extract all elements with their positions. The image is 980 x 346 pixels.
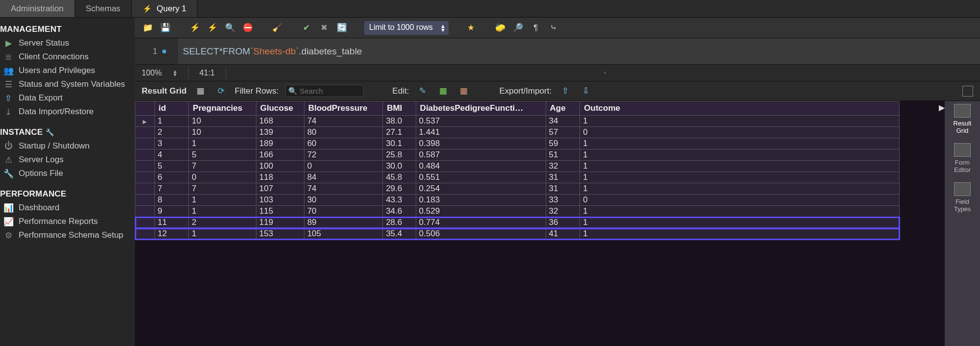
sidebar-item-client-connections[interactable]: Client Connections [0, 50, 135, 64]
cell[interactable]: 1 [580, 161, 900, 172]
cell[interactable]: 139 [256, 127, 304, 138]
cell[interactable]: 74 [304, 116, 383, 127]
cell[interactable]: 1 [580, 183, 900, 195]
row-header[interactable] [135, 116, 155, 127]
result-grid[interactable]: idPregnanciesGlucoseBloodPressureBMIDiab… [135, 101, 900, 240]
sidebar-item-perf-reports[interactable]: Performance Reports [0, 215, 135, 228]
sidebar-item-server-logs[interactable]: Server Logs [0, 153, 135, 167]
autocommit-button[interactable] [335, 21, 349, 35]
column-header[interactable]: BloodPressure [304, 101, 383, 116]
wrap-cells-button[interactable] [962, 86, 973, 97]
cell[interactable]: 41 [546, 228, 580, 240]
cell[interactable]: 30 [304, 195, 383, 206]
export-results-button[interactable] [558, 84, 572, 98]
cell[interactable]: 74 [304, 183, 383, 195]
cell[interactable]: 118 [256, 172, 304, 183]
cell[interactable]: 45.8 [383, 172, 416, 183]
view-result-grid[interactable]: Result Grid [954, 104, 972, 134]
cell[interactable]: 0.529 [416, 206, 546, 217]
cell[interactable]: 103 [256, 195, 304, 206]
table-row[interactable]: 1101687438.00.537341 [135, 116, 900, 127]
cell[interactable]: 8 [154, 195, 189, 206]
row-header[interactable] [135, 161, 155, 172]
cell[interactable]: 10 [189, 116, 256, 127]
cell[interactable]: 166 [256, 149, 304, 161]
cell[interactable]: 60 [304, 138, 383, 149]
table-row[interactable]: 12115310535.40.506411 [135, 228, 900, 240]
cell[interactable]: 0 [189, 172, 256, 183]
column-header[interactable]: Outcome [580, 101, 900, 116]
cell[interactable]: 1 [189, 138, 256, 149]
cell[interactable]: 0 [304, 161, 383, 172]
cell[interactable]: 1 [189, 228, 256, 240]
rollback-button[interactable] [317, 21, 331, 35]
cell[interactable]: 32 [546, 206, 580, 217]
whitespace-button[interactable] [529, 21, 543, 35]
row-header[interactable] [135, 138, 155, 149]
cell[interactable]: 5 [189, 149, 256, 161]
cell[interactable]: 0.484 [416, 161, 546, 172]
cell[interactable]: 0.398 [416, 138, 546, 149]
delete-row-button[interactable] [457, 84, 471, 98]
row-header[interactable] [135, 206, 155, 217]
cell[interactable]: 27.1 [383, 127, 416, 138]
cell[interactable]: 29.6 [383, 183, 416, 195]
sql-editor[interactable]: 1 SELECT * FROM `Sheets-db`.diabetes_tab… [135, 38, 980, 65]
sidebar-item-startup[interactable]: Startup / Shutdown [0, 139, 135, 153]
splitter-handle[interactable] [237, 69, 973, 77]
cell[interactable]: 30.1 [383, 138, 416, 149]
cell[interactable]: 34 [546, 116, 580, 127]
execute-button[interactable] [188, 21, 201, 35]
table-row[interactable]: 911157034.60.529321 [135, 206, 900, 217]
cell[interactable]: 0.551 [416, 172, 546, 183]
cell[interactable]: 31 [546, 172, 580, 183]
cell[interactable]: 51 [546, 149, 580, 161]
cell[interactable]: 1 [189, 195, 256, 206]
cell[interactable]: 25.8 [383, 149, 416, 161]
cell[interactable]: 2 [189, 217, 256, 228]
row-header[interactable] [135, 149, 155, 161]
find-button[interactable] [511, 21, 525, 35]
table-row[interactable]: 811033043.30.183330 [135, 195, 900, 206]
column-header[interactable]: id [154, 101, 189, 116]
cell[interactable]: 1 [580, 138, 900, 149]
column-header[interactable]: BMI [383, 101, 416, 116]
cell[interactable]: 0.254 [416, 183, 546, 195]
cell[interactable]: 107 [256, 183, 304, 195]
commit-off-button[interactable] [270, 21, 284, 35]
cell[interactable]: 32 [546, 161, 580, 172]
cell[interactable]: 30.0 [383, 161, 416, 172]
cell[interactable]: 89 [304, 217, 383, 228]
column-header[interactable]: Pregnancies [189, 101, 256, 116]
stop-button[interactable] [241, 21, 254, 35]
explain-button[interactable] [223, 21, 237, 35]
wordwrap-button[interactable] [547, 21, 560, 35]
import-results-button[interactable] [579, 84, 593, 98]
edit-row-button[interactable] [416, 84, 429, 98]
cell[interactable]: 43.3 [383, 195, 416, 206]
cell[interactable]: 1 [580, 116, 900, 127]
cell[interactable]: 9 [154, 206, 189, 217]
save-button[interactable] [158, 21, 172, 35]
sidebar-item-data-import[interactable]: Data Import/Restore [0, 105, 135, 119]
cell[interactable]: 1 [580, 149, 900, 161]
sidebar-item-perf-schema[interactable]: Performance Schema Setup [0, 228, 135, 242]
cell[interactable]: 36 [546, 217, 580, 228]
cell[interactable]: 1.441 [416, 127, 546, 138]
row-header[interactable] [135, 127, 155, 138]
cell[interactable]: 34.6 [383, 206, 416, 217]
sidebar-item-options-file[interactable]: Options File [0, 167, 135, 180]
cell[interactable]: 70 [304, 206, 383, 217]
cell[interactable]: 1 [580, 172, 900, 183]
cell[interactable]: 33 [546, 195, 580, 206]
table-row[interactable]: 311896030.10.398591 [135, 138, 900, 149]
cell[interactable]: 11 [154, 217, 189, 228]
cell[interactable]: 7 [189, 161, 256, 172]
sidebar-item-data-export[interactable]: Data Export [0, 91, 135, 105]
cell[interactable]: 105 [304, 228, 383, 240]
cell[interactable]: 153 [256, 228, 304, 240]
cell[interactable]: 80 [304, 127, 383, 138]
row-header[interactable] [135, 195, 155, 206]
table-row[interactable]: 771077429.60.254311 [135, 183, 900, 195]
cell[interactable]: 28.6 [383, 217, 416, 228]
